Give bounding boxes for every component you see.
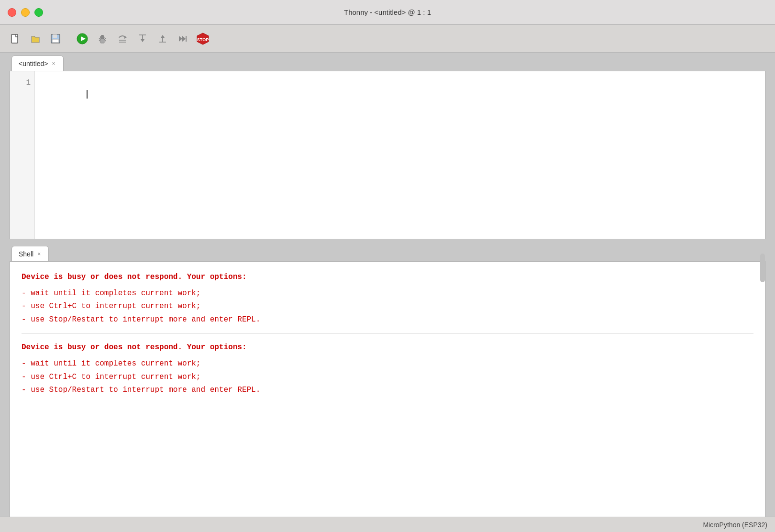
shell-scrollbar-thumb[interactable]: [760, 254, 765, 282]
shell-section: Shell × Device is busy or does not respo…: [10, 243, 765, 532]
shell-message-1-option-2: - use Ctrl+C to interrupt current work;: [22, 300, 753, 313]
shell-tab-bar: Shell ×: [10, 243, 765, 261]
step-into-button[interactable]: [134, 30, 151, 47]
svg-marker-18: [182, 36, 186, 42]
svg-marker-8: [124, 36, 127, 39]
shell-message-1-option-3: - use Stop/Restart to interrupt more and…: [22, 314, 753, 326]
shell-message-2-header: Device is busy or does not respond. Your…: [22, 342, 753, 354]
debug-button[interactable]: [94, 30, 111, 47]
line-number-1: 1: [14, 77, 31, 89]
shell-tab[interactable]: Shell ×: [11, 246, 49, 261]
editor-tab-close[interactable]: ×: [52, 61, 55, 66]
shell-message-2-option-2: - use Ctrl+C to interrupt current work;: [22, 371, 753, 384]
new-file-button[interactable]: [7, 30, 24, 47]
editor-section: <untitled> × 1: [10, 53, 765, 239]
shell-divider: [22, 333, 753, 334]
minimize-button[interactable]: [21, 8, 30, 17]
maximize-button[interactable]: [34, 8, 43, 17]
shell-message-1-option-1: - wait until it completes current work;: [22, 288, 753, 300]
close-button[interactable]: [8, 8, 16, 17]
shell-message-1-header: Device is busy or does not respond. Your…: [22, 271, 753, 284]
status-text: MicroPython (ESP32): [703, 521, 767, 529]
svg-marker-17: [179, 36, 182, 42]
svg-marker-15: [161, 35, 165, 38]
svg-rect-2: [53, 34, 57, 38]
shell-message-2-options: - wait until it completes current work; …: [22, 358, 753, 397]
content-area: <untitled> × 1 Shell ×: [10, 53, 765, 532]
open-file-button[interactable]: [27, 30, 44, 47]
text-cursor: [87, 90, 88, 99]
line-numbers: 1: [10, 71, 35, 239]
save-file-button[interactable]: [47, 30, 64, 47]
editor-tab-label: <untitled>: [19, 60, 48, 67]
svg-rect-3: [52, 39, 59, 43]
svg-marker-12: [141, 39, 144, 42]
shell-message-2-option-3: - use Stop/Restart to interrupt more and…: [22, 384, 753, 397]
stop-button[interactable]: STOP: [194, 30, 211, 47]
step-over-button[interactable]: [114, 30, 131, 47]
shell-message-1: Device is busy or does not respond. Your…: [22, 271, 753, 326]
run-button[interactable]: [74, 30, 91, 47]
main-layout: <untitled> × 1 Shell ×: [0, 53, 775, 532]
traffic-lights[interactable]: [8, 8, 43, 17]
toolbar: STOP: [0, 25, 775, 53]
svg-rect-0: [11, 34, 18, 43]
resume-button[interactable]: [174, 30, 191, 47]
editor-tab-bar: <untitled> ×: [10, 53, 765, 71]
shell-message-2: Device is busy or does not respond. Your…: [22, 342, 753, 396]
title-bar: Thonny - <untitled> @ 1 : 1: [0, 0, 775, 25]
shell-output-area[interactable]: Device is busy or does not respond. Your…: [10, 261, 765, 532]
section-divider[interactable]: [10, 239, 765, 243]
shell-message-1-options: - wait until it completes current work; …: [22, 288, 753, 326]
svg-rect-7: [100, 39, 104, 43]
editor-tab-untitled[interactable]: <untitled> ×: [11, 55, 64, 71]
window-title: Thonny - <untitled> @ 1 : 1: [344, 8, 431, 16]
svg-text:STOP: STOP: [197, 37, 209, 42]
step-out-button[interactable]: [154, 30, 171, 47]
status-bar: MicroPython (ESP32): [0, 517, 775, 532]
shell-tab-close[interactable]: ×: [37, 251, 41, 257]
shell-message-2-option-1: - wait until it completes current work;: [22, 358, 753, 370]
shell-tab-label: Shell: [19, 250, 33, 258]
editor-content-area[interactable]: [35, 71, 765, 239]
editor-pane: 1: [10, 71, 765, 239]
